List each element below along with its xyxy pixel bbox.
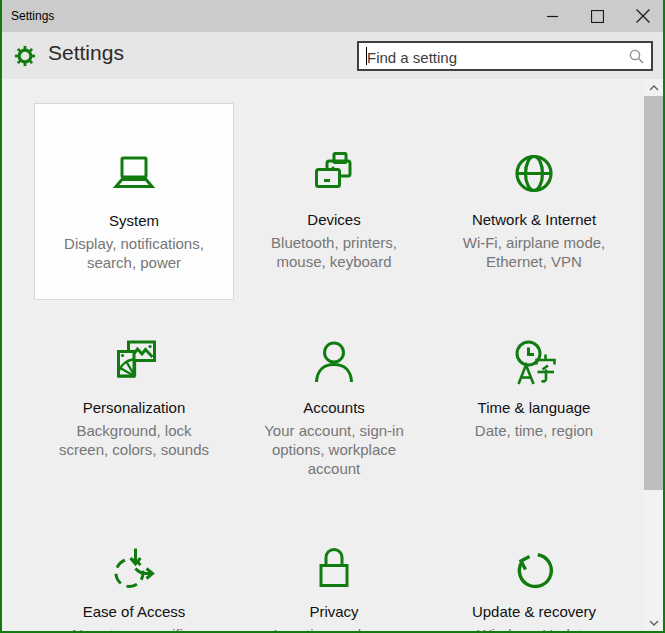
lock-icon xyxy=(234,541,434,593)
close-button[interactable] xyxy=(620,0,665,32)
header: Settings xyxy=(2,32,663,79)
tile-subtitle: Your account, sign-in options, workplace… xyxy=(254,421,414,478)
scrollbar-thumb[interactable] xyxy=(644,96,663,490)
clock-language-icon xyxy=(434,337,634,389)
tile-update-recovery[interactable]: Update & recovery Windows Update xyxy=(434,515,634,631)
tile-title: System xyxy=(35,211,233,231)
tile-subtitle: Display, notifications, search, power xyxy=(54,234,214,272)
tile-accounts[interactable]: Accounts Your account, sign-in options, … xyxy=(234,305,434,502)
printer-devices-icon xyxy=(234,149,434,201)
scroll-up-button[interactable] xyxy=(644,79,663,96)
person-icon xyxy=(234,337,434,389)
globe-icon xyxy=(434,149,634,201)
window-title: Settings xyxy=(0,9,530,23)
gear-icon xyxy=(14,45,36,67)
search-input[interactable] xyxy=(365,43,619,71)
maximize-button[interactable] xyxy=(575,0,620,32)
tile-time-language[interactable]: Time & language Date, time, region xyxy=(434,305,634,502)
page-title: Settings xyxy=(48,41,124,65)
tile-devices[interactable]: Devices Bluetooth, printers, mouse, keyb… xyxy=(234,103,434,300)
tile-subtitle: Bluetooth, printers, mouse, keyboard xyxy=(254,233,414,271)
tile-title: Network & Internet xyxy=(434,210,634,230)
settings-window: Settings xyxy=(0,0,665,633)
search-icon xyxy=(629,49,644,68)
tile-subtitle: Background, lock screen, colors, sounds xyxy=(54,421,214,459)
tile-personalization[interactable]: Personalization Background, lock screen,… xyxy=(34,305,234,502)
tile-subtitle: Wi-Fi, airplane mode, Ethernet, VPN xyxy=(454,233,614,271)
picture-frames-icon xyxy=(34,337,234,389)
titlebar[interactable]: Settings xyxy=(0,0,665,32)
tile-title: Accounts xyxy=(234,398,434,418)
close-icon xyxy=(636,9,650,23)
accessibility-icon xyxy=(34,541,234,593)
tile-subtitle: Windows Update xyxy=(454,625,614,631)
tile-ease-of-access[interactable]: Ease of Access Narrator, magnifier xyxy=(34,515,234,631)
refresh-icon xyxy=(434,541,634,593)
tile-title: Time & language xyxy=(434,398,634,418)
scroll-down-button[interactable] xyxy=(644,614,663,631)
search-box xyxy=(357,41,653,71)
vertical-scrollbar xyxy=(644,79,663,631)
tile-subtitle: Date, time, region xyxy=(454,421,614,440)
tile-subtitle: Location, webcam xyxy=(254,625,414,631)
tile-title: Update & recovery xyxy=(434,602,634,622)
settings-grid: System Display, notifications, search, p… xyxy=(2,79,663,631)
tile-network-internet[interactable]: Network & Internet Wi-Fi, airplane mode,… xyxy=(434,103,634,300)
maximize-icon xyxy=(591,10,604,23)
tile-title: Personalization xyxy=(34,398,234,418)
tile-title: Ease of Access xyxy=(34,602,234,622)
tile-title: Privacy xyxy=(234,602,434,622)
minimize-icon xyxy=(547,11,558,22)
tile-privacy[interactable]: Privacy Location, webcam xyxy=(234,515,434,631)
tile-title: Devices xyxy=(234,210,434,230)
tile-subtitle: Narrator, magnifier xyxy=(54,625,214,631)
laptop-icon xyxy=(35,150,233,202)
tile-system[interactable]: System Display, notifications, search, p… xyxy=(34,103,234,300)
minimize-button[interactable] xyxy=(530,0,575,32)
